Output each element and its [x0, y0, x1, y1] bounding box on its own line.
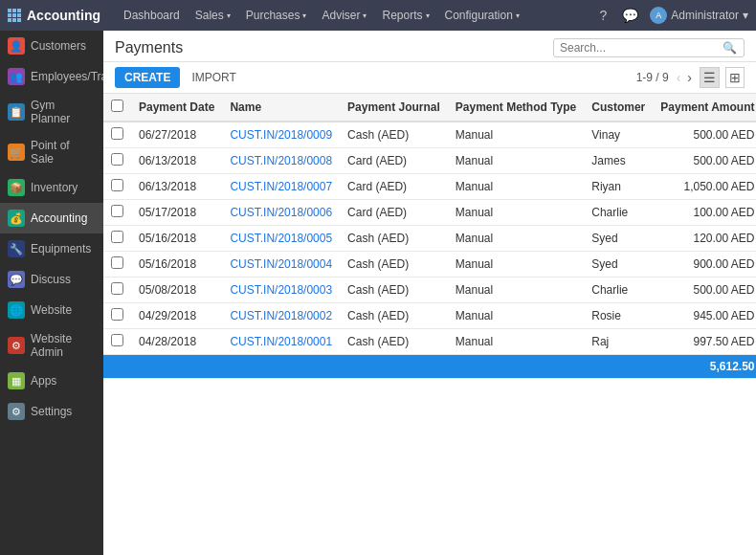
- import-button[interactable]: IMPORT: [186, 67, 241, 88]
- total-row: 5,612.50: [103, 355, 756, 379]
- payment-amount: 900.00 AED: [653, 252, 756, 278]
- help-icon[interactable]: ?: [596, 8, 611, 23]
- payment-name[interactable]: CUST.IN/2018/0009: [222, 122, 340, 148]
- chevron-down-icon: ▾: [743, 9, 748, 22]
- row-checkbox[interactable]: [111, 153, 123, 166]
- sidebar-label: Gym Planner: [31, 99, 96, 125]
- payment-name[interactable]: CUST.IN/2018/0004: [222, 252, 340, 278]
- employees-icon: 👥: [8, 68, 25, 85]
- nav-configuration[interactable]: Configuration ▾: [437, 0, 527, 31]
- customer: Riyan: [584, 174, 653, 200]
- row-checkbox-cell: [103, 200, 131, 226]
- customer: Charlie: [584, 278, 653, 303]
- row-checkbox[interactable]: [111, 127, 123, 140]
- col-payment-method-type: Payment Method Type: [448, 94, 584, 122]
- sidebar-label: Accounting: [31, 211, 87, 225]
- nav-purchases[interactable]: Purchases ▾: [238, 0, 315, 31]
- table-row: 05/16/2018 CUST.IN/2018/0005 Cash (AED) …: [103, 226, 756, 252]
- grid-view-button[interactable]: ⊞: [725, 67, 745, 88]
- row-checkbox-cell: [103, 122, 131, 148]
- payment-journal: Cash (AED): [340, 252, 448, 278]
- sidebar-item-settings[interactable]: ⚙ Settings: [0, 396, 103, 427]
- sidebar-item-inventory[interactable]: 📦 Inventory: [0, 172, 103, 203]
- payment-name[interactable]: CUST.IN/2018/0006: [222, 200, 340, 226]
- payment-name[interactable]: CUST.IN/2018/0007: [222, 174, 340, 200]
- sidebar-item-website[interactable]: 🌐 Website: [0, 295, 103, 325]
- payment-name[interactable]: CUST.IN/2018/0005: [222, 226, 340, 252]
- chat-icon[interactable]: 💬: [618, 8, 642, 23]
- payment-method-type: Manual: [448, 329, 584, 355]
- payment-amount: 100.00 AED: [653, 200, 756, 226]
- brand-name: Accounting: [27, 8, 100, 23]
- sidebar-item-equipments[interactable]: 🔧 Equipments: [0, 233, 103, 264]
- sidebar-item-customers[interactable]: 👤 Customers: [0, 31, 103, 61]
- list-view-button[interactable]: ☰: [700, 67, 720, 88]
- col-payment-amount: Payment Amount: [653, 94, 756, 122]
- payment-date: 05/16/2018: [131, 226, 222, 252]
- page-title: Payments: [115, 39, 183, 56]
- row-checkbox[interactable]: [111, 256, 123, 269]
- discuss-icon: 💬: [8, 271, 25, 288]
- nav-sales[interactable]: Sales ▾: [188, 0, 238, 31]
- sidebar-item-discuss[interactable]: 💬 Discuss: [0, 264, 103, 295]
- prev-page-button[interactable]: ‹: [675, 70, 683, 85]
- table-row: 06/13/2018 CUST.IN/2018/0007 Card (AED) …: [103, 174, 756, 200]
- row-checkbox[interactable]: [111, 205, 123, 217]
- search-icon[interactable]: 🔍: [723, 41, 737, 55]
- payment-name[interactable]: CUST.IN/2018/0002: [222, 303, 340, 329]
- col-name: Name: [222, 94, 340, 122]
- row-checkbox[interactable]: [111, 179, 123, 191]
- nav-reports[interactable]: Reports ▾: [374, 0, 436, 31]
- payment-journal: Card (AED): [340, 174, 448, 200]
- table-row: 06/27/2018 CUST.IN/2018/0009 Cash (AED) …: [103, 122, 756, 148]
- sidebar-item-accounting[interactable]: 💰 Accounting: [0, 203, 103, 233]
- toolbar: CREATE IMPORT 1-9 / 9 ‹ › ☰ ⊞: [103, 62, 756, 94]
- sidebar-item-pos[interactable]: 🛒 Point of Sale: [0, 132, 103, 172]
- payment-date: 06/13/2018: [131, 174, 222, 200]
- toolbar-right: 1-9 / 9 ‹ › ☰ ⊞: [636, 67, 745, 88]
- sidebar-item-gym-planner[interactable]: 📋 Gym Planner: [0, 92, 103, 132]
- search-input[interactable]: [560, 41, 723, 55]
- select-all-checkbox[interactable]: [111, 100, 123, 112]
- payment-method-type: Manual: [448, 122, 584, 148]
- next-page-button[interactable]: ›: [685, 70, 694, 85]
- row-checkbox-cell: [103, 226, 131, 252]
- payment-name[interactable]: CUST.IN/2018/0001: [222, 329, 340, 355]
- sidebar: 👤 Customers 👥 Employees/Trainer 📋 Gym Pl…: [0, 31, 103, 555]
- customer: Vinay: [584, 122, 653, 148]
- sidebar-item-apps[interactable]: ▦ Apps: [0, 366, 103, 396]
- chevron-down-icon: ▾: [227, 11, 231, 20]
- col-payment-date: Payment Date: [131, 94, 222, 122]
- payment-journal: Cash (AED): [340, 122, 448, 148]
- payment-name[interactable]: CUST.IN/2018/0003: [222, 278, 340, 303]
- payment-amount: 120.00 AED: [653, 226, 756, 252]
- payment-amount: 945.00 AED: [653, 303, 756, 329]
- sidebar-label: Inventory: [31, 181, 78, 194]
- payment-method-type: Manual: [448, 200, 584, 226]
- payment-journal: Card (AED): [340, 200, 448, 226]
- chevron-down-icon: ▾: [302, 11, 306, 20]
- admin-menu[interactable]: A Administrator ▾: [650, 7, 748, 24]
- row-checkbox[interactable]: [111, 231, 123, 243]
- create-button[interactable]: CREATE: [115, 67, 180, 88]
- row-checkbox[interactable]: [111, 334, 123, 346]
- payment-journal: Cash (AED): [340, 329, 448, 355]
- inventory-icon: 📦: [8, 179, 25, 196]
- row-checkbox[interactable]: [111, 308, 123, 321]
- payment-journal: Cash (AED): [340, 303, 448, 329]
- sidebar-item-website-admin[interactable]: ⚙ Website Admin: [0, 325, 103, 366]
- row-checkbox[interactable]: [111, 282, 123, 295]
- sidebar-item-employees[interactable]: 👥 Employees/Trainer: [0, 61, 103, 92]
- payment-name[interactable]: CUST.IN/2018/0008: [222, 148, 340, 174]
- nav-dashboard[interactable]: Dashboard: [116, 0, 188, 31]
- payment-amount: 1,050.00 AED: [653, 174, 756, 200]
- nav-adviser[interactable]: Adviser ▾: [314, 0, 374, 31]
- payment-date: 05/16/2018: [131, 252, 222, 278]
- customers-icon: 👤: [8, 37, 25, 55]
- sidebar-label: Website Admin: [31, 332, 96, 359]
- content-area: Payments 🔍 CREATE IMPORT 1-9 / 9 ‹ › ☰ ⊞: [103, 31, 756, 555]
- grid-icon: [8, 9, 21, 22]
- payment-method-type: Manual: [448, 226, 584, 252]
- payment-date: 04/28/2018: [131, 329, 222, 355]
- sidebar-label: Apps: [31, 374, 56, 388]
